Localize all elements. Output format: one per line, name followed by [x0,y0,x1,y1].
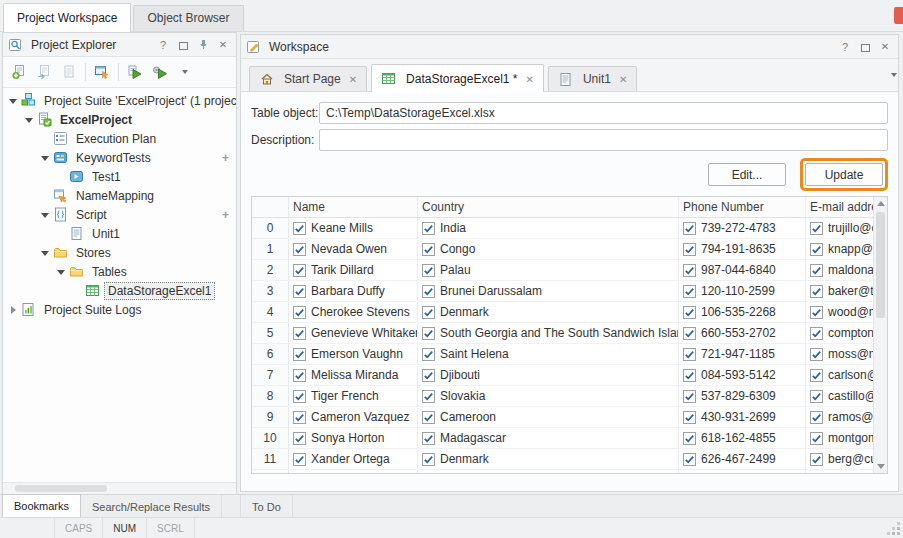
tree-item-project-suite-logs[interactable]: Project Suite Logs [3,300,236,319]
close-icon[interactable] [215,37,231,53]
checkbox[interactable] [422,411,435,424]
checkbox[interactable] [422,327,435,340]
pin-icon[interactable] [195,37,211,53]
checkbox[interactable] [422,264,435,277]
cell-country[interactable]: Slovakia [418,386,679,406]
checkbox[interactable] [422,222,435,235]
expander-icon[interactable] [7,95,19,107]
checkbox[interactable] [810,411,823,424]
cell-country[interactable]: Congo [418,239,679,259]
tree-item-keywordtests[interactable]: KeywordTests [3,148,236,167]
bottom-tab-bookmarks[interactable]: Bookmarks [2,494,81,518]
scrollbar-thumb[interactable] [15,485,107,492]
table-row[interactable]: 11Xander OrtegaDenmark626-467-2499berg@c… [252,449,874,470]
checkbox[interactable] [293,390,306,403]
table-row[interactable]: 12Frances CohenIran, Islamic Republic of… [252,470,874,473]
checkbox[interactable] [683,264,696,277]
window-position-icon[interactable] [857,39,873,55]
add-existing-item-icon[interactable] [32,60,56,84]
checkbox[interactable] [810,306,823,319]
scroll-up-icon[interactable] [877,201,885,206]
cell-country[interactable]: Palau [418,260,679,280]
object-spy-icon[interactable] [90,60,114,84]
bottom-tab-to-do[interactable]: To Do [240,495,293,518]
run-options-chevron-icon[interactable] [173,60,197,84]
checkbox[interactable] [810,327,823,340]
cell-email[interactable]: atkins@mollis.net [806,470,874,473]
checkbox[interactable] [293,222,306,235]
checkbox[interactable] [683,306,696,319]
expander-icon[interactable] [39,247,51,259]
cell-name[interactable]: Cherokee Stevens [289,302,418,322]
table-row[interactable]: 2Tarik DillardPalau987-044-6840maldonado… [252,260,874,281]
cell-phone[interactable]: 084-593-5142 [679,365,806,385]
cell-name[interactable]: Frances Cohen [289,470,418,473]
checkbox[interactable] [293,348,306,361]
cell-email[interactable]: compton@proin.edu [806,323,874,343]
cell-email[interactable]: baker@tempor.gov [806,281,874,301]
update-button[interactable]: Update [805,163,883,186]
checkbox[interactable] [683,222,696,235]
cell-phone[interactable]: 739-272-4783 [679,218,806,238]
tree-item-script[interactable]: Script [3,205,236,224]
cell-email[interactable]: carlson@erat.gov [806,365,874,385]
cell-country[interactable]: Saint Helena [418,344,679,364]
table-row[interactable]: 10Sonya HortonMadagascar618-162-4855mont… [252,428,874,449]
checkbox[interactable] [810,222,823,235]
cell-name[interactable]: Emerson Vaughn [289,344,418,364]
main-tab-object-browser[interactable]: Object Browser [133,5,243,31]
help-icon[interactable] [155,37,171,53]
tree-item-excelproject[interactable]: ExcelProject [3,110,236,129]
cell-name[interactable]: Genevieve Whitaker [289,323,418,343]
run-project-icon[interactable] [148,60,172,84]
checkbox[interactable] [810,264,823,277]
cell-email[interactable]: knapp@ullamcorper.net [806,239,874,259]
cell-phone[interactable]: 660-553-2702 [679,323,806,343]
table-row[interactable]: 4Cherokee StevensDenmark106-535-2268wood… [252,302,874,323]
cell-name[interactable]: Sonya Horton [289,428,418,448]
checkbox[interactable] [810,453,823,466]
tree-item-unit1[interactable]: Unit1 [3,224,236,243]
cell-email[interactable]: castillo@eros.us [806,386,874,406]
tree-item-namemapping[interactable]: NameMapping [3,186,236,205]
new-item-icon[interactable] [57,60,81,84]
tree-item-project-suite-excelproject-1-project[interactable]: Project Suite 'ExcelProject' (1 project) [3,91,236,110]
tree-horizontal-scrollbar[interactable] [3,482,236,494]
cell-country[interactable]: Denmark [418,302,679,322]
cell-name[interactable]: Keane Mills [289,218,418,238]
cell-phone[interactable]: 626-467-2499 [679,449,806,469]
cell-email[interactable]: wood@morbi.us [806,302,874,322]
checkbox[interactable] [683,348,696,361]
add-new-item-icon[interactable] [7,60,31,84]
cell-email[interactable]: berg@curae.org [806,449,874,469]
expander-icon[interactable] [23,114,35,126]
tree-item-stores[interactable]: Stores [3,243,236,262]
close-icon[interactable] [877,39,893,55]
checkbox[interactable] [293,285,306,298]
cell-country[interactable]: South Georgia and The South Sandwich Isl… [418,323,679,343]
checkbox[interactable] [293,411,306,424]
checkbox[interactable] [683,285,696,298]
cell-name[interactable]: Xander Ortega [289,449,418,469]
cell-country[interactable]: Djibouti [418,365,679,385]
close-tab-icon[interactable] [526,72,534,86]
scrollbar-thumb[interactable] [876,212,885,318]
tree-item-tables[interactable]: Tables [3,262,236,281]
add-icon[interactable] [222,208,229,222]
cell-name[interactable]: Barbara Duffy [289,281,418,301]
cell-name[interactable]: Tarik Dillard [289,260,418,280]
add-icon[interactable] [222,151,229,165]
cell-country[interactable]: Madagascar [418,428,679,448]
column-header-phone-number[interactable]: Phone Number [679,197,806,217]
checkbox[interactable] [422,453,435,466]
checkbox[interactable] [810,348,823,361]
expander-icon[interactable] [39,152,51,164]
cell-email[interactable]: montgomery@accumsan.net [806,428,874,448]
cell-name[interactable]: Melissa Miranda [289,365,418,385]
table-row[interactable]: 1Nevada OwenCongo794-191-8635knapp@ullam… [252,239,874,260]
checkbox[interactable] [422,390,435,403]
checkbox[interactable] [422,348,435,361]
cell-phone[interactable]: 618-162-4855 [679,428,806,448]
cell-phone[interactable]: 268-728-7797 [679,470,806,473]
cell-phone[interactable]: 430-931-2699 [679,407,806,427]
